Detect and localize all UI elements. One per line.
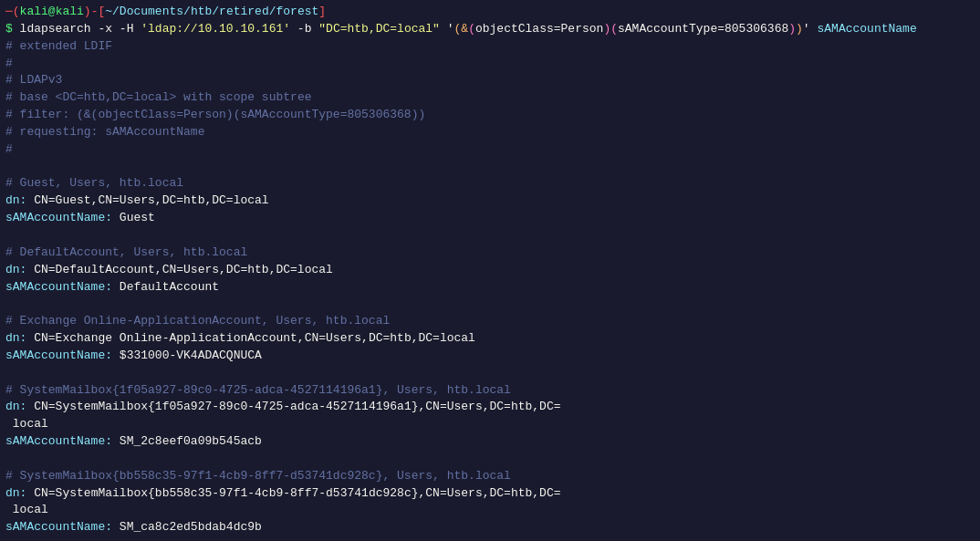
terminal-body: ─(kali@kali)-[~/Documents/htb/retired/fo…: [0, 0, 980, 541]
output-line: # DefaultAccount, Users, htb.local: [5, 244, 975, 262]
output-line: # filter: (&(objectClass=Person)(sAMAcco…: [5, 107, 975, 124]
output-blank: [5, 536, 975, 541]
command-filter-quote: ': [803, 21, 810, 38]
output-line: sAMAccountName: Guest: [5, 210, 975, 227]
output-line: dn: CN=Guest,CN=Users,DC=htb,DC=local: [5, 192, 975, 210]
output-line: local: [5, 416, 975, 433]
prompt-user: kali: [20, 4, 48, 21]
command-filter-samtype-open: (: [610, 21, 618, 38]
output-line: # Guest, Users, htb.local: [5, 175, 975, 192]
command-filter-open: (&: [454, 21, 469, 38]
output-line: # SystemMailbox{bb558c35-97f1-4cb9-8ff7-…: [5, 468, 975, 485]
output-line: # requesting: sAMAccountName: [5, 124, 975, 141]
prompt-bracket-close: )-[: [84, 4, 105, 21]
command-b-flag: -b: [290, 21, 318, 38]
output-line: sAMAccountName: DefaultAccount: [5, 279, 975, 297]
output-line: dn: CN=SystemMailbox{1f05a927-89c0-4725-…: [5, 399, 975, 416]
output-line: local: [5, 502, 975, 519]
command-filter-class-open: (: [468, 21, 475, 38]
prompt-host: kali: [56, 4, 84, 21]
output-line: dn: CN=DefaultAccount,CN=Users,DC=htb,DC…: [5, 262, 975, 279]
output-blank: [5, 365, 975, 382]
command-objectclass: objectClass=Person: [475, 21, 603, 38]
output-line: # SystemMailbox{1f05a927-89c0-4725-adca-…: [5, 382, 975, 400]
command-filter-samtype-close: ): [788, 21, 796, 38]
output-line: # LDAPv3: [5, 72, 975, 89]
output-blank: [5, 296, 975, 313]
prompt-symbol: $: [5, 21, 20, 38]
output-line: sAMAccountName: $331000-VK4ADACQNUCA: [5, 348, 975, 365]
command-ldap-url: 'ldap://10.10.10.161': [141, 21, 290, 38]
prompt-path: ~/Documents/htb/retired/forest: [105, 4, 318, 21]
command-line: $ ldapsearch -x -H 'ldap://10.10.10.161'…: [5, 21, 975, 38]
output-blank: [5, 451, 975, 468]
output-blank: [5, 227, 975, 244]
prompt-path-close: ]: [318, 4, 326, 21]
prompt-at: @: [48, 4, 56, 21]
output-line: #: [5, 56, 975, 73]
command-base-dn: "DC=htb,DC=local": [318, 21, 440, 38]
output-blank: [5, 159, 975, 176]
output-line: dn: CN=Exchange Online-ApplicationAccoun…: [5, 330, 975, 348]
output-line: # Exchange Online-ApplicationAccount, Us…: [5, 313, 975, 330]
output-line: sAMAccountName: SM_2c8eef0a09b545acb: [5, 433, 975, 451]
prompt-line: ─(kali@kali)-[~/Documents/htb/retired/fo…: [5, 4, 975, 21]
output-line: # base <DC=htb,DC=local> with scope subt…: [5, 89, 975, 107]
command-filter: ': [440, 21, 454, 38]
prompt-bracket-open: ─(: [5, 4, 20, 21]
command-filter-close: ): [796, 21, 803, 38]
output-line: # extended LDIF: [5, 38, 975, 56]
output-line: dn: CN=SystemMailbox{bb558c35-97f1-4cb9-…: [5, 485, 975, 503]
output-line: #: [5, 141, 975, 159]
command-samtype: sAMAccountType=805306368: [618, 21, 788, 38]
terminal-window: ─(kali@kali)-[~/Documents/htb/retired/fo…: [0, 0, 980, 541]
command-filter-class-close: ): [603, 21, 610, 38]
output-line: sAMAccountName: SM_ca8c2ed5bdab4dc9b: [5, 519, 975, 536]
command-attr: sAMAccountName: [810, 21, 917, 38]
command-ldapsearch: ldapsearch -x -H: [20, 21, 141, 38]
